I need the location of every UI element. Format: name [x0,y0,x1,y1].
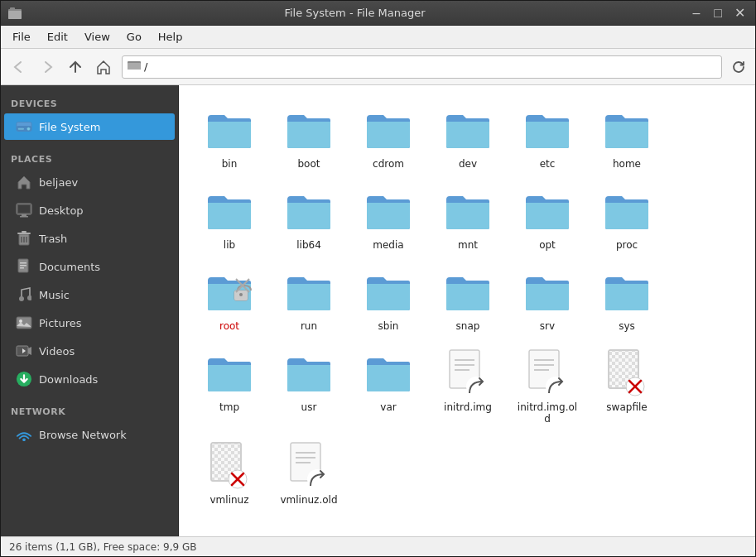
folder-home-label: home [613,158,641,170]
folder-root[interactable]: root [192,261,267,337]
folder-mnt-label: mnt [458,239,478,251]
sidebar-item-filesystem[interactable]: File System [4,113,175,140]
folder-root-label: root [219,320,239,332]
folder-lib-label: lib [224,239,235,251]
sidebar-item-documents[interactable]: Documents [4,253,175,280]
forward-icon [39,59,55,75]
window: File System - File Manager – □ ✕ File Ed… [0,0,756,557]
menu-go[interactable]: Go [118,27,150,46]
folder-mnt[interactable]: mnt [431,180,505,256]
folder-dev[interactable]: dev [431,98,505,175]
network-icon [16,426,32,443]
forward-button[interactable] [34,54,60,80]
folder-run[interactable]: run [272,261,346,337]
hdd-icon [16,118,32,135]
folder-icon [445,272,491,312]
svg-point-39 [466,377,486,396]
folder-icon [365,110,412,150]
sidebar-item-music[interactable]: Music [4,281,175,308]
folder-sbin-label: sbin [378,320,399,332]
file-initrd-img-old[interactable]: initrd.img.old [510,342,585,430]
svg-rect-22 [20,267,24,269]
file-swapfile[interactable]: swapfile [590,342,664,430]
folder-home[interactable]: home [590,98,664,175]
svg-rect-10 [18,205,30,213]
folder-lib[interactable]: lib [192,180,267,256]
folder-media[interactable]: media [351,180,426,256]
devices-section-label: DEVICES [1,90,178,113]
sidebar-item-desktop[interactable]: Desktop [4,197,175,223]
folder-sbin[interactable]: sbin [351,261,426,337]
folder-snap[interactable]: snap [431,261,505,337]
address-bar[interactable]: / [122,55,722,79]
network-section-label: NETWORK [1,398,178,420]
folder-lib64[interactable]: lib64 [272,180,346,256]
folder-boot[interactable]: boot [272,98,346,175]
trash-label: Trash [39,233,67,245]
folder-var-label: var [380,401,396,413]
refresh-button[interactable] [727,55,750,79]
browse-network-label: Browse Network [39,429,127,441]
sidebar-item-trash[interactable]: Trash [4,225,175,252]
folder-cdrom[interactable]: cdrom [351,98,426,175]
minimize-button[interactable]: – [687,4,705,22]
folder-var[interactable]: var [351,342,426,430]
music-icon [16,286,32,303]
folder-icon [286,110,332,150]
svg-point-23 [19,296,24,301]
up-button[interactable] [62,54,89,80]
folder-media-label: media [373,239,403,251]
svg-rect-15 [22,231,26,233]
folder-sys-label: sys [619,320,635,332]
doc-link-old-icon [526,348,569,398]
vmlinuz-old-icon [287,441,330,491]
file-initrd-img[interactable]: initrd.img [431,342,505,430]
address-text: / [144,60,147,73]
folder-etc[interactable]: etc [510,98,585,175]
folder-icon [445,191,491,231]
user-home-icon [16,174,32,190]
main-layout: DEVICES File System PLACES [1,85,755,536]
folder-icon [286,353,332,393]
folder-proc[interactable]: proc [590,180,664,256]
sidebar-item-videos[interactable]: Videos [4,338,175,364]
statusbar: 26 items (1,1 GB), Free space: 9,9 GB [1,536,755,556]
svg-point-7 [27,127,31,131]
menu-edit[interactable]: Edit [39,27,76,46]
file-vmlinuz-old[interactable]: vmlinuz.old [272,435,346,511]
folder-usr[interactable]: usr [272,342,346,430]
sidebar-item-downloads[interactable]: Downloads [4,366,175,392]
folder-srv[interactable]: srv [510,261,585,337]
menu-view[interactable]: View [76,27,118,46]
file-vmlinuz[interactable]: vmlinuz [192,435,267,511]
menu-help[interactable]: Help [150,27,191,46]
toolbar: / [1,49,755,85]
menu-file[interactable]: File [4,27,39,46]
folder-snap-label: snap [456,320,480,332]
home-icon [95,59,112,75]
folder-opt-label: opt [539,239,556,251]
folder-bin[interactable]: bin [192,98,267,175]
home-button[interactable] [90,54,117,80]
folder-dev-label: dev [459,158,477,170]
file-initrd-img-label: initrd.img [444,401,492,413]
close-button[interactable]: ✕ [730,4,749,22]
folder-tmp[interactable]: tmp [192,342,267,430]
sidebar-item-browse-network[interactable]: Browse Network [4,421,175,448]
svg-point-29 [22,439,26,441]
folder-boot-label: boot [297,158,320,170]
sidebar-item-pictures[interactable]: Pictures [4,310,175,336]
desktop-icon [16,202,32,218]
music-label: Music [39,289,70,301]
places-section-label: PLACES [1,146,178,168]
back-button[interactable] [6,54,32,80]
folder-tmp-label: tmp [219,401,239,413]
folder-icon [365,272,412,312]
maximize-button[interactable]: □ [709,4,727,22]
folder-sys[interactable]: sys [590,261,664,337]
folder-opt[interactable]: opt [510,180,585,256]
file-swapfile-label: swapfile [606,401,647,413]
pictures-icon [16,315,32,331]
documents-icon [16,258,32,275]
sidebar-item-beljaev[interactable]: beljaev [4,169,175,195]
